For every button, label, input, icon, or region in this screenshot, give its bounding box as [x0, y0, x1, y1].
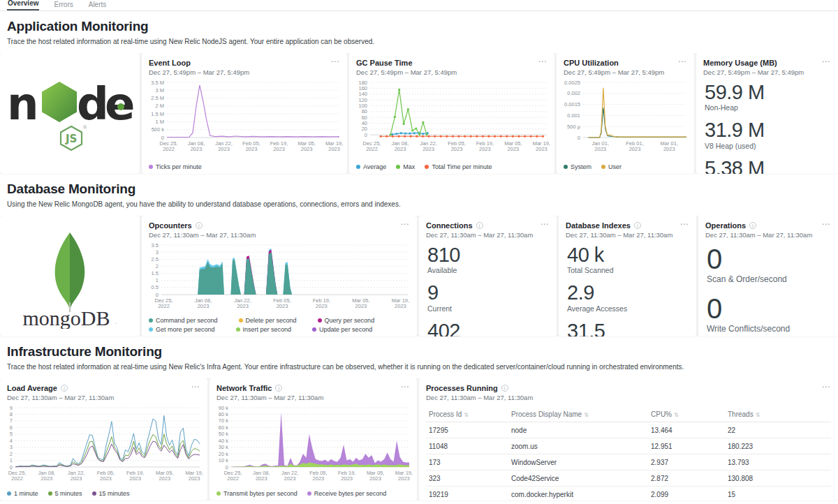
table-cell: 2.099 [648, 487, 725, 501]
legend-item[interactable]: 1 minute [7, 490, 38, 497]
column-header-process-name[interactable]: Process Display Name⇅ [508, 407, 648, 422]
legend-item[interactable]: Ticks per minute [149, 163, 202, 170]
svg-text:20 k: 20 k [219, 451, 228, 457]
svg-text:60 k: 60 k [219, 424, 228, 431]
panel-menu-button[interactable]: ⋯ [680, 219, 690, 229]
svg-text:2022: 2022 [366, 146, 378, 151]
tab-errors[interactable]: Errors [53, 0, 73, 10]
info-icon[interactable]: i [634, 222, 641, 229]
legend-item[interactable]: Transmit bytes per second [216, 490, 297, 497]
legend-item[interactable]: Receive bytes per second [307, 490, 387, 497]
tab-alerts[interactable]: Alerts [88, 0, 108, 10]
svg-text:0.0015: 0.0015 [564, 101, 580, 108]
cpu-utilization-panel: CPU Utilization Dec 27, 5:49pm – Mar 27,… [557, 53, 694, 174]
column-header-threads[interactable]: Threads⇅ [725, 407, 831, 422]
panel-date-range: Dec 27, 5:49pm – Mar 27, 5:49pm [564, 68, 687, 76]
panel-menu-button[interactable]: ⋯ [538, 57, 548, 66]
cpu-utilization-chart[interactable]: 0500 µ0.0010.00150.0020.0025Jan 01,2023F… [561, 79, 690, 151]
panel-menu-button[interactable]: ⋯ [822, 382, 832, 392]
panel-date-range: Dec 27, 5:49pm – Mar 27, 5:49pm [149, 68, 340, 76]
legend-item[interactable]: Update per second [312, 326, 372, 333]
legend-item[interactable]: Command per second [149, 317, 218, 324]
sort-icon: ⇅ [756, 412, 760, 418]
mongodb-logo: mongoDB . [3, 224, 136, 329]
info-icon[interactable]: i [61, 385, 68, 392]
table-row: 323Code42Service2.872130.808 [426, 470, 831, 487]
svg-text:2023: 2023 [422, 146, 434, 151]
panel-menu-button[interactable]: ⋯ [822, 57, 832, 66]
section-title-application: Application Monitoring [7, 19, 838, 34]
legend-item[interactable]: Query per second [318, 317, 375, 324]
table-row: 173WindowServer2.93713.793 [426, 454, 831, 470]
svg-text:2023: 2023 [341, 475, 353, 481]
panel-title: Processes Running i [426, 384, 831, 392]
legend-item[interactable]: 15 minutes [92, 490, 130, 497]
panel-menu-button[interactable]: ⋯ [401, 382, 411, 392]
column-header-cpu[interactable]: CPU%⇅ [648, 407, 725, 422]
info-icon[interactable]: i [749, 222, 756, 229]
info-icon[interactable]: i [476, 222, 483, 229]
svg-text:2023: 2023 [237, 303, 249, 309]
stat-average-size: 31.5 Average Size (mb) [567, 320, 688, 336]
svg-text:2023: 2023 [629, 146, 641, 151]
legend-dot-icon [312, 327, 316, 332]
legend-item[interactable]: Insert per second [236, 326, 292, 333]
database-panels-row: mongoDB . Opcounters i Dec 27, 11:30am –… [0, 216, 838, 336]
panel-menu-button[interactable]: ⋯ [191, 382, 201, 392]
legend-dot-icon [92, 491, 96, 496]
legend-item[interactable]: Average [356, 163, 386, 170]
gc-pause-chart[interactable]: 020406080100120140160180Dec 25,2022Jan 0… [353, 79, 550, 151]
svg-text:2023: 2023 [198, 303, 210, 309]
section-subtitle-application: Trace the host related information at re… [7, 38, 838, 45]
section-title-infrastructure: Infrastructure Monitoring [7, 344, 838, 360]
stat-created: 402 Created [427, 320, 548, 336]
info-icon[interactable]: i [196, 222, 203, 229]
svg-text:2023: 2023 [129, 475, 141, 481]
legend-dot-icon [216, 491, 221, 496]
svg-text:2023: 2023 [273, 146, 285, 151]
opcounters-chart[interactable]: 00.511.522.533.5Dec 25,2022Jan 08,2023Ja… [146, 242, 411, 309]
svg-text:2023: 2023 [284, 475, 296, 481]
legend-item[interactable]: User [601, 163, 622, 170]
network-traffic-legend: Transmit bytes per secondReceive bytes p… [216, 490, 386, 497]
event-loop-chart[interactable]: 0500 k1 M1.5 M2 M2.5 M3 M3.5 MDec 25,202… [146, 79, 343, 151]
network-traffic-panel: Network Traffic i Dec 27, 11:30am – Mar … [210, 378, 417, 501]
panel-date-range: Dec 27, 11:30am – Mar 27, 11:30am [7, 394, 200, 401]
column-header-process-id[interactable]: Process Id⇅ [426, 407, 508, 422]
svg-text:40: 40 [362, 120, 367, 126]
legend-item[interactable]: System [564, 163, 591, 170]
legend-item[interactable]: Max [396, 163, 415, 170]
load-average-chart[interactable]: 0123456789Dec 25,2022Jan 08,2023Jan 22,2… [4, 404, 203, 481]
panel-menu-button[interactable]: ⋯ [401, 219, 411, 229]
legend-item[interactable]: Delete per second [239, 317, 297, 324]
panel-title: Event Loop [149, 59, 340, 67]
processes-running-panel: Processes Running i Dec 27, 11:30am – Ma… [419, 378, 838, 501]
svg-text:2023: 2023 [369, 475, 381, 481]
svg-text:1: 1 [156, 277, 159, 283]
svg-text:2023: 2023 [313, 475, 325, 481]
svg-text:180: 180 [358, 80, 367, 86]
svg-text:2023: 2023 [277, 303, 288, 309]
section-subtitle-database: Using the New Relic MongoDB agent, you h… [7, 200, 838, 208]
info-icon[interactable]: i [501, 385, 508, 392]
svg-text:®: ® [83, 125, 87, 130]
table-cell: 2.872 [648, 470, 725, 487]
stat-non-heap: 59.9 M Non-Heap [705, 82, 830, 112]
svg-text:2023: 2023 [451, 146, 463, 151]
panel-menu-button[interactable]: ⋯ [678, 57, 688, 66]
svg-text:140: 140 [358, 91, 367, 97]
stat-current: 9 Current [427, 282, 548, 312]
panel-menu-button[interactable]: ⋯ [541, 219, 550, 229]
panel-menu-button[interactable]: ⋯ [822, 219, 832, 229]
panel-menu-button[interactable]: ⋯ [331, 57, 341, 66]
stat-write-conflicts: 0 Write Conflicts/second [707, 294, 830, 334]
svg-text:500 µ: 500 µ [567, 124, 581, 130]
legend-item[interactable]: 5 minutes [48, 490, 82, 497]
info-icon[interactable]: i [275, 385, 282, 392]
network-traffic-chart[interactable]: 010 k20 k30 k40 k50 k60 k70 k80 k90 kDec… [214, 404, 413, 481]
tab-overview[interactable]: Overview [7, 0, 39, 10]
svg-text:500 k: 500 k [152, 126, 165, 133]
legend-item[interactable]: Total Time per minute [425, 163, 492, 170]
legend-item[interactable]: Get more per second [149, 326, 215, 333]
svg-text:0: 0 [365, 132, 367, 138]
